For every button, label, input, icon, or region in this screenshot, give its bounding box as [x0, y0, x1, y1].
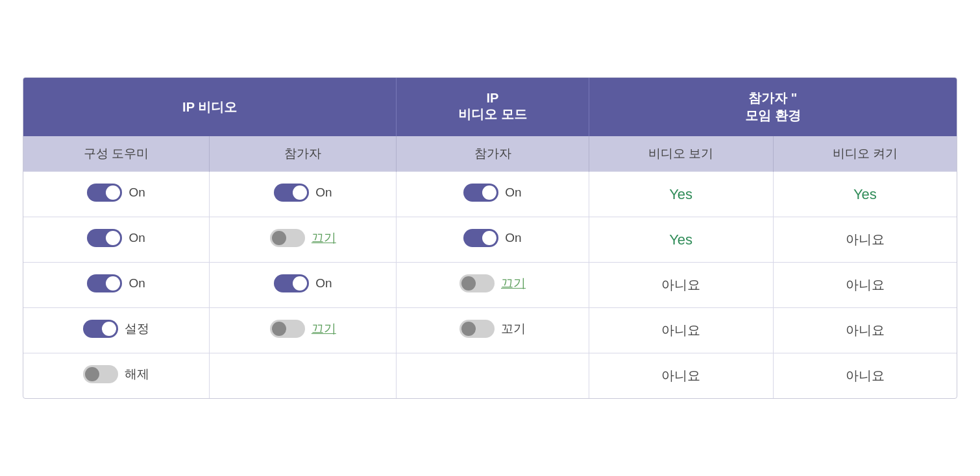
- row1-col2: On: [210, 172, 397, 217]
- toggle-wrap[interactable]: On: [87, 229, 145, 247]
- row2-col1: On: [23, 217, 210, 263]
- header-participant-env: 참가자 " 모임 환경: [589, 78, 957, 136]
- toggle-wrap[interactable]: 꼬기: [459, 320, 526, 338]
- subheader-organizer: 구성 도우미: [23, 136, 210, 172]
- toggle-on[interactable]: [83, 320, 118, 338]
- no-text: 아니요: [846, 232, 885, 246]
- toggle-wrap[interactable]: On: [274, 184, 332, 202]
- toggle-off[interactable]: [270, 320, 305, 338]
- toggle-off[interactable]: [459, 320, 495, 338]
- main-table-wrapper: IP 비디오 IP 비디오 모드 참가자 " 모임 환경 구성 도우미 참가자 …: [23, 77, 957, 399]
- toggle-label: On: [315, 185, 332, 200]
- row5-col5: 아니요: [773, 353, 957, 399]
- subheader-video-view: 비디오 보기: [589, 136, 773, 172]
- toggle-label: On: [129, 231, 145, 245]
- row1-col5: Yes: [773, 172, 957, 217]
- row1-col4: Yes: [589, 172, 773, 217]
- row5-col4: 아니요: [589, 353, 773, 399]
- toggle-off[interactable]: [459, 274, 495, 292]
- toggle-wrap[interactable]: 끄기: [270, 320, 336, 338]
- table-row: On 끄기 On Yes: [23, 217, 957, 263]
- toggle-label: On: [505, 185, 521, 200]
- row2-col3: On: [397, 217, 589, 263]
- subheader-participant2: 참가자: [397, 136, 589, 172]
- table-row: On On On Yes: [23, 172, 957, 217]
- row4-col3: 꼬기: [397, 308, 589, 353]
- row5-col2: [210, 353, 397, 399]
- row5-col1: 해제: [23, 353, 210, 399]
- toggle-label: On: [129, 185, 145, 200]
- toggle-wrap[interactable]: 해제: [83, 365, 149, 383]
- row2-col2: 끄기: [210, 217, 397, 263]
- toggle-wrap[interactable]: 설정: [83, 320, 149, 338]
- toggle-wrap[interactable]: On: [274, 274, 332, 292]
- row3-col2: On: [210, 263, 397, 308]
- row5-col3: [397, 353, 589, 399]
- no-text: 아니요: [846, 323, 885, 337]
- toggle-label-link[interactable]: 끄기: [312, 320, 336, 337]
- toggle-wrap[interactable]: On: [87, 184, 145, 202]
- table-row: 설정 끄기 꼬기 아니요: [23, 308, 957, 353]
- no-text: 아니요: [661, 278, 700, 292]
- table-row: On On 끄기 아니요: [23, 263, 957, 308]
- toggle-label: On: [505, 231, 521, 245]
- row3-col4: 아니요: [589, 263, 773, 308]
- toggle-label: 설정: [125, 320, 149, 337]
- header-sub-row: 구성 도우미 참가자 참가자 비디오 보기 비디오 켜기: [23, 136, 957, 172]
- toggle-wrap[interactable]: On: [463, 229, 521, 247]
- toggle-on[interactable]: [463, 229, 498, 247]
- row2-col4: Yes: [589, 217, 773, 263]
- toggle-off[interactable]: [83, 365, 118, 383]
- row4-col2: 끄기: [210, 308, 397, 353]
- yes-badge: Yes: [853, 186, 877, 202]
- row1-col1: On: [23, 172, 210, 217]
- no-text: 아니요: [846, 278, 885, 292]
- yes-badge: Yes: [669, 186, 692, 202]
- row2-col5: 아니요: [773, 217, 957, 263]
- toggle-off[interactable]: [270, 229, 305, 247]
- toggle-label: 해제: [125, 366, 149, 383]
- row1-col3: On: [397, 172, 589, 217]
- subheader-video-on: 비디오 켜기: [773, 136, 957, 172]
- toggle-wrap[interactable]: 끄기: [270, 229, 336, 247]
- toggle-wrap[interactable]: On: [463, 184, 521, 202]
- no-text: 아니요: [846, 368, 885, 383]
- toggle-on[interactable]: [87, 274, 122, 292]
- toggle-on[interactable]: [87, 184, 122, 202]
- row4-col4: 아니요: [589, 308, 773, 353]
- toggle-wrap[interactable]: 끄기: [459, 274, 526, 292]
- row4-col1: 설정: [23, 308, 210, 353]
- no-text: 아니요: [661, 323, 700, 337]
- row3-col5: 아니요: [773, 263, 957, 308]
- header-ip-video-mode: IP 비디오 모드: [397, 78, 589, 136]
- yes-badge: Yes: [669, 232, 692, 248]
- toggle-on[interactable]: [463, 184, 498, 202]
- toggle-label-link[interactable]: 끄기: [312, 230, 336, 246]
- toggle-on[interactable]: [87, 229, 122, 247]
- toggle-on[interactable]: [274, 274, 309, 292]
- toggle-label-link[interactable]: 끄기: [501, 275, 526, 292]
- row3-col1: On: [23, 263, 210, 308]
- table-row: 해제 아니요 아니요: [23, 353, 957, 399]
- toggle-wrap[interactable]: On: [87, 274, 145, 292]
- subheader-participant: 참가자: [210, 136, 397, 172]
- toggle-label: 꼬기: [501, 320, 526, 337]
- comparison-table: IP 비디오 IP 비디오 모드 참가자 " 모임 환경 구성 도우미 참가자 …: [23, 78, 957, 398]
- toggle-label: On: [315, 276, 332, 291]
- row4-col5: 아니요: [773, 308, 957, 353]
- header-ip-video: IP 비디오: [23, 78, 397, 136]
- header-top-row: IP 비디오 IP 비디오 모드 참가자 " 모임 환경: [23, 78, 957, 136]
- row3-col3: 끄기: [397, 263, 589, 308]
- toggle-label: On: [129, 276, 145, 291]
- no-text: 아니요: [661, 368, 700, 383]
- toggle-on[interactable]: [274, 184, 309, 202]
